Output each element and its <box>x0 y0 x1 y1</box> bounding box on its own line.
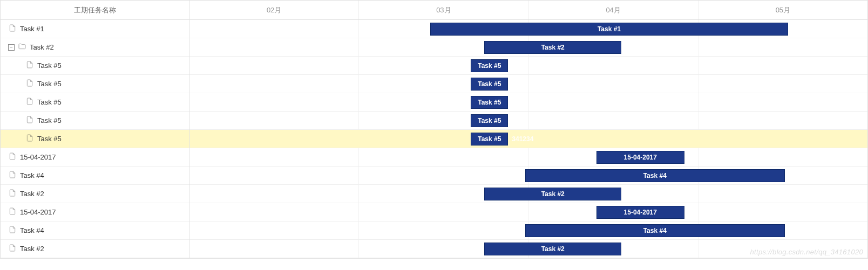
file-icon <box>8 170 17 181</box>
file-icon <box>8 24 17 34</box>
file-icon <box>8 189 17 199</box>
task-row[interactable]: Task #2 <box>1 38 189 57</box>
task-row[interactable]: Task #4 <box>1 221 189 240</box>
tree-header: 工期任务名称 <box>1 1 189 20</box>
month-column: 04月 <box>529 1 699 19</box>
timeline-row: Task #4 <box>189 221 867 240</box>
file-icon <box>25 115 34 126</box>
timeline-row: Task #5 <box>189 112 867 130</box>
timeline-panel: 02月03月04月05月 Task #1Task #2Task #5Task #… <box>189 1 867 258</box>
task-name: Task #5 <box>37 61 62 70</box>
month-column: 05月 <box>699 1 867 19</box>
task-name: Task #5 <box>37 116 62 124</box>
task-row[interactable]: 15-04-2017 <box>1 148 189 167</box>
task-row[interactable]: 15-04-2017 <box>1 203 189 221</box>
gantt-bar[interactable]: 15-04-2017 <box>596 151 684 164</box>
expand-toggle[interactable] <box>8 44 15 51</box>
timeline-row: Task #5 <box>189 93 867 112</box>
task-name: 15-04-2017 <box>20 153 56 161</box>
gantt-chart: 工期任务名称 Task #1Task #2Task #5Task #5Task … <box>0 0 868 259</box>
file-icon <box>8 152 17 162</box>
gantt-bar[interactable]: Task #1 <box>430 23 788 36</box>
task-row[interactable]: Task #5 <box>1 130 189 148</box>
timeline-row: Task #5 <box>189 75 867 93</box>
folder-icon <box>18 42 26 52</box>
task-name: Task #5 <box>37 80 62 88</box>
task-row[interactable]: Task #5 <box>1 75 189 93</box>
timeline-row: Task #2 <box>189 240 867 258</box>
gantt-bar[interactable]: Task #5341234 <box>471 133 508 146</box>
task-name: Task #5 <box>37 135 62 143</box>
timeline-row: Task #1 <box>189 20 867 38</box>
task-name: Task #1 <box>20 25 44 33</box>
timeline-row: Task #2 <box>189 185 867 203</box>
bar-label: 15-04-2017 <box>624 209 657 216</box>
bar-label: Task #5 <box>478 99 501 106</box>
gantt-bar[interactable]: Task #5 <box>471 114 508 127</box>
file-icon <box>25 97 34 107</box>
month-column: 02月 <box>189 1 359 19</box>
gantt-bar[interactable]: Task #2 <box>484 41 621 54</box>
file-icon <box>25 134 34 144</box>
bar-annotation: 341234 <box>512 135 533 143</box>
task-row[interactable]: Task #1 <box>1 20 189 38</box>
bar-label: Task #5 <box>478 62 501 70</box>
bar-label: Task #5 <box>478 117 501 124</box>
gantt-bar[interactable]: Task #5 <box>471 59 508 72</box>
file-icon <box>8 225 17 236</box>
task-name: Task #4 <box>20 226 44 234</box>
task-name: Task #4 <box>20 171 44 179</box>
file-icon <box>8 244 17 254</box>
timeline-header: 02月03月04月05月 <box>189 1 867 20</box>
task-row[interactable]: Task #5 <box>1 112 189 130</box>
file-icon <box>25 79 34 89</box>
gantt-bar[interactable]: Task #4 <box>525 224 785 237</box>
gantt-bar[interactable]: Task #5 <box>471 96 508 109</box>
bar-label: Task #1 <box>598 25 621 33</box>
gantt-bar[interactable]: Task #5 <box>471 78 508 91</box>
tree-header-label: 工期任务名称 <box>74 5 116 15</box>
bar-label: Task #5 <box>478 80 501 88</box>
task-name: Task #2 <box>20 190 44 198</box>
timeline-row: Task #5341234 <box>189 130 867 148</box>
bar-label: Task #5 <box>478 135 501 143</box>
bar-label: Task #4 <box>643 227 667 234</box>
task-name: Task #2 <box>20 245 44 253</box>
task-name: Task #5 <box>37 98 62 106</box>
gantt-bar[interactable]: Task #2 <box>484 188 621 200</box>
task-row[interactable]: Task #5 <box>1 57 189 75</box>
bar-label: Task #4 <box>643 172 667 179</box>
file-icon <box>25 60 34 71</box>
timeline-row: Task #2 <box>189 38 867 57</box>
bar-label: Task #2 <box>541 245 565 253</box>
task-tree-panel: 工期任务名称 Task #1Task #2Task #5Task #5Task … <box>1 1 189 258</box>
task-row[interactable]: Task #4 <box>1 167 189 185</box>
bar-label: Task #2 <box>541 44 565 51</box>
month-column: 03月 <box>359 1 528 19</box>
timeline-row: Task #4 <box>189 167 867 185</box>
task-row[interactable]: Task #2 <box>1 185 189 203</box>
bar-label: Task #2 <box>541 190 565 198</box>
task-row[interactable]: Task #2 <box>1 240 189 258</box>
timeline-row: Task #5 <box>189 57 867 75</box>
bar-label: 15-04-2017 <box>624 154 657 161</box>
task-name: 15-04-2017 <box>20 208 56 216</box>
gantt-bar[interactable]: Task #2 <box>484 243 621 255</box>
task-name: Task #2 <box>30 43 54 51</box>
timeline-row: 15-04-2017 <box>189 148 867 167</box>
gantt-bar[interactable]: 15-04-2017 <box>596 206 684 219</box>
gantt-bar[interactable]: Task #4 <box>525 169 785 182</box>
timeline-row: 15-04-2017 <box>189 203 867 221</box>
task-row[interactable]: Task #5 <box>1 93 189 112</box>
file-icon <box>8 207 17 217</box>
